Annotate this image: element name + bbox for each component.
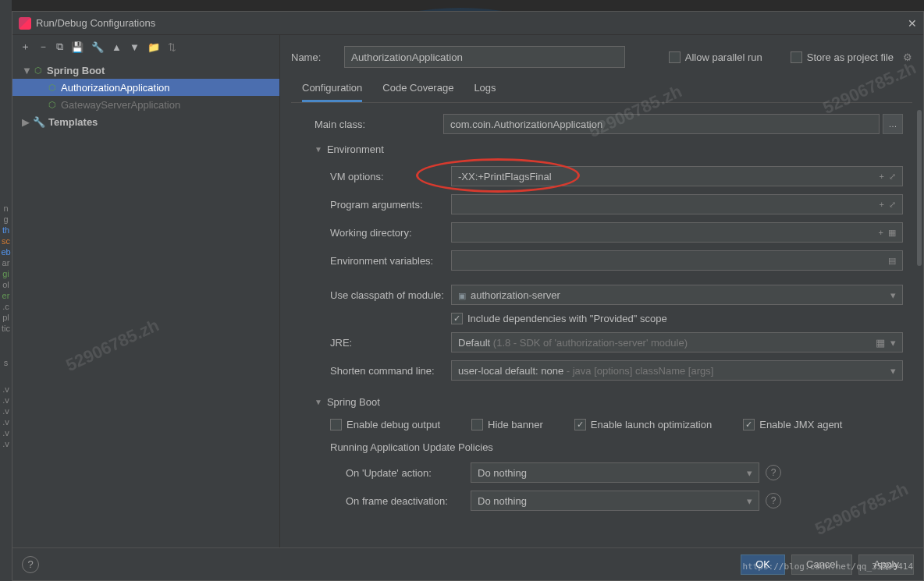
vm-options-input[interactable]: -XX:+PrintFlagsFinal +⤢	[451, 166, 903, 186]
include-deps-label: Include dependencies with "Provided" sco…	[467, 313, 667, 324]
enable-debug-checkbox[interactable]	[330, 419, 342, 430]
down-icon[interactable]: ▼	[130, 41, 140, 53]
sort-icon[interactable]: ⇅	[168, 41, 176, 53]
expand-icon: ▶	[22, 116, 33, 128]
expand-icon: ▼	[22, 65, 33, 76]
enable-launch-checkbox[interactable]	[574, 419, 586, 430]
add-icon[interactable]: +	[879, 228, 883, 238]
help-button[interactable]: ?	[22, 556, 39, 573]
tree-node-gateway[interactable]: ⬡ GatewayServerApplication	[12, 96, 279, 113]
ide-left-gutter: ng thsceb argioler .cpltic s .v.v.v.v.v.…	[0, 0, 12, 581]
on-update-label: On 'Update' action:	[346, 467, 471, 479]
run-debug-dialog: Run/Debug Configurations ✕ ＋ － ⧉ 💾 🔧 ▲ ▼…	[12, 11, 924, 581]
allow-parallel-label: Allow parallel run	[685, 51, 762, 63]
allow-parallel-checkbox[interactable]	[669, 51, 681, 63]
collapse-icon: ▼	[315, 398, 322, 406]
close-icon[interactable]: ✕	[908, 17, 917, 30]
program-args-input[interactable]: +⤢	[451, 194, 903, 214]
configurations-tree-panel: ＋ － ⧉ 💾 🔧 ▲ ▼ 📁 ⇅ ▼ ⬡ Spring Boot ⬡	[12, 35, 280, 547]
tab-logs[interactable]: Logs	[474, 82, 496, 102]
spring-icon: ⬡	[47, 82, 58, 93]
classpath-select[interactable]: ▣authorization-server ▾	[451, 285, 903, 305]
browse-icon[interactable]: ▦	[888, 228, 896, 238]
on-frame-select[interactable]: Do nothing▾	[471, 491, 759, 511]
browse-icon[interactable]: ▦	[876, 337, 885, 349]
chevron-down-icon: ▾	[747, 467, 752, 479]
help-icon[interactable]: ?	[766, 465, 781, 480]
name-input[interactable]	[344, 46, 625, 68]
tree-toolbar: ＋ － ⧉ 💾 🔧 ▲ ▼ 📁 ⇅	[12, 35, 279, 58]
store-project-label: Store as project file	[807, 51, 894, 63]
store-project-checkbox[interactable]	[791, 51, 802, 63]
url-watermark: https://blog.csdn.net/qq_35599414	[742, 562, 913, 572]
browse-class-button[interactable]: …	[883, 114, 903, 134]
tree-node-templates[interactable]: ▶ 🔧 Templates	[12, 113, 279, 130]
titlebar: Run/Debug Configurations ✕	[12, 12, 923, 35]
chevron-down-icon: ▾	[747, 495, 752, 507]
remove-icon[interactable]: －	[38, 40, 48, 54]
spring-icon: ⬡	[47, 99, 58, 110]
environment-section[interactable]: ▼ Environment	[315, 143, 903, 155]
config-form-panel: Name: Allow parallel run Store as projec…	[280, 35, 923, 547]
form-scroll-area: Main class: com.coin.AuthorizationApplic…	[291, 103, 912, 547]
env-vars-input[interactable]: ▤	[451, 250, 903, 271]
shorten-cmd-select[interactable]: user-local default: none - java [options…	[451, 360, 903, 381]
add-icon[interactable]: ＋	[20, 40, 30, 54]
expand-icon[interactable]: ⤢	[889, 172, 896, 182]
expand-icon[interactable]: ⤢	[889, 200, 896, 210]
add-icon[interactable]: +	[880, 172, 884, 182]
name-label: Name:	[291, 51, 330, 63]
tree-node-spring-boot[interactable]: ▼ ⬡ Spring Boot	[12, 62, 279, 79]
config-tabs: Configuration Code Coverage Logs	[291, 82, 912, 103]
main-class-label: Main class:	[315, 119, 443, 130]
program-args-label: Program arguments:	[330, 199, 451, 211]
copy-icon[interactable]: ⧉	[56, 41, 63, 53]
include-deps-checkbox[interactable]	[451, 313, 463, 324]
add-icon[interactable]: +	[880, 200, 884, 210]
collapse-icon: ▼	[315, 145, 322, 154]
list-icon[interactable]: ▤	[888, 256, 896, 266]
hide-banner-checkbox[interactable]	[471, 419, 483, 430]
vm-options-label: VM options:	[330, 171, 451, 182]
update-policies-heading: Running Application Update Policies	[315, 441, 903, 453]
gear-icon: 🔧	[33, 116, 45, 128]
wrench-icon[interactable]: 🔧	[91, 41, 104, 53]
spring-boot-section[interactable]: ▼ Spring Boot	[315, 396, 903, 408]
classpath-label: Use classpath of module:	[330, 289, 451, 301]
config-tree: ▼ ⬡ Spring Boot ⬡ AuthorizationApplicati…	[12, 58, 279, 547]
on-frame-label: On frame deactivation:	[346, 495, 471, 507]
window-title: Run/Debug Configurations	[36, 17, 908, 29]
gear-icon[interactable]: ⚙	[903, 51, 912, 63]
module-icon: ▣	[458, 291, 466, 300]
env-vars-label: Environment variables:	[330, 255, 451, 267]
scrollbar[interactable]	[917, 110, 922, 266]
jre-label: JRE:	[330, 337, 451, 349]
on-update-select[interactable]: Do nothing▾	[471, 462, 759, 483]
enable-jmx-checkbox[interactable]	[743, 419, 755, 430]
working-dir-label: Working directory:	[330, 227, 451, 239]
shorten-cmd-label: Shorten command line:	[330, 365, 451, 377]
folder-icon[interactable]: 📁	[147, 41, 160, 53]
jre-select[interactable]: Default (1.8 - SDK of 'authorization-ser…	[451, 332, 903, 352]
tree-node-authorization[interactable]: ⬡ AuthorizationApplication	[12, 79, 279, 96]
tab-code-coverage[interactable]: Code Coverage	[382, 82, 453, 102]
tab-configuration[interactable]: Configuration	[302, 82, 362, 102]
chevron-down-icon: ▾	[890, 289, 896, 301]
help-icon[interactable]: ?	[766, 493, 781, 508]
chevron-down-icon: ▾	[890, 365, 896, 377]
app-icon	[19, 17, 31, 30]
up-icon[interactable]: ▲	[112, 41, 122, 53]
working-dir-input[interactable]: +▦	[451, 222, 903, 243]
spring-icon: ⬡	[33, 65, 44, 76]
chevron-down-icon: ▾	[890, 337, 896, 349]
main-class-input[interactable]: com.coin.AuthorizationApplication	[443, 114, 880, 134]
save-icon[interactable]: 💾	[71, 41, 84, 53]
